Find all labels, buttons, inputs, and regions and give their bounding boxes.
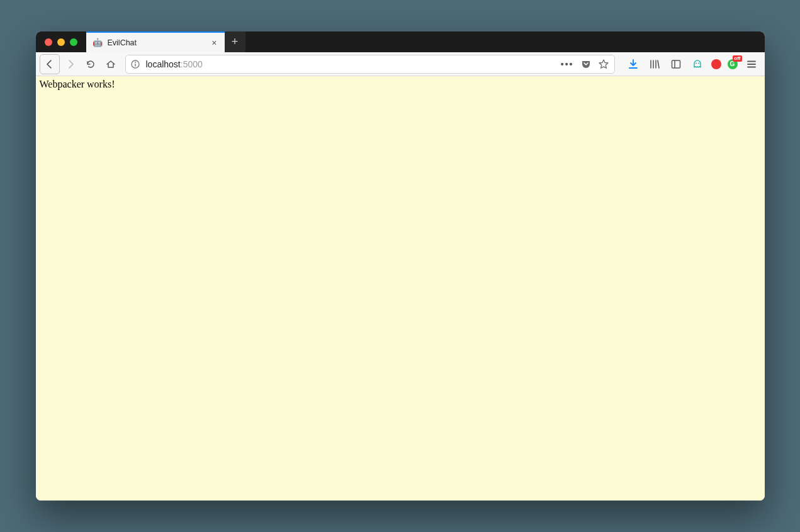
svg-point-1	[135, 62, 136, 63]
close-window-button[interactable]	[45, 38, 52, 46]
tab-title: EvilChat	[108, 38, 206, 47]
close-tab-button[interactable]: ×	[210, 38, 218, 48]
url-port: :5000	[181, 59, 203, 69]
content-text: Webpacker works!	[40, 79, 115, 89]
svg-rect-2	[135, 64, 135, 67]
svg-point-6	[698, 62, 699, 64]
svg-point-5	[696, 62, 697, 64]
grammarly-off-badge: off	[733, 55, 741, 62]
site-info-icon[interactable]	[131, 60, 141, 69]
new-tab-button[interactable]: +	[225, 31, 245, 52]
address-bar[interactable]: localhost:5000 •••	[125, 55, 615, 74]
page-content: Webpacker works!	[36, 76, 765, 501]
sidebar-button[interactable]	[667, 55, 685, 74]
forward-button[interactable]	[61, 55, 80, 74]
minimize-window-button[interactable]	[57, 38, 65, 46]
address-bar-actions: •••	[561, 59, 609, 70]
grammarly-extension-icon[interactable]: G off	[726, 57, 740, 71]
svg-rect-3	[672, 60, 680, 68]
pocket-icon[interactable]	[580, 59, 592, 70]
hamburger-menu-button[interactable]	[742, 55, 761, 74]
downloads-button[interactable]	[624, 55, 643, 74]
tab-evilchat[interactable]: 🤖 EvilChat ×	[86, 31, 225, 52]
toolbar-right: G off	[620, 55, 761, 74]
maximize-window-button[interactable]	[70, 38, 77, 46]
reload-button[interactable]	[81, 55, 100, 74]
browser-toolbar: localhost:5000 •••	[36, 52, 765, 76]
url-host: localhost	[146, 59, 181, 69]
browser-window: 🤖 EvilChat × + localhost:5000	[36, 31, 765, 501]
url-text: localhost:5000	[146, 59, 556, 69]
home-button[interactable]	[101, 55, 120, 74]
window-controls	[36, 31, 86, 52]
opera-extension-icon[interactable]	[709, 57, 723, 71]
page-actions-button[interactable]: •••	[561, 59, 574, 69]
tab-strip: 🤖 EvilChat × +	[36, 31, 765, 52]
ghostery-icon[interactable]	[688, 55, 707, 74]
bookmark-star-icon[interactable]	[598, 59, 609, 70]
address-bar-container: localhost:5000 •••	[121, 55, 619, 74]
library-button[interactable]	[645, 55, 664, 74]
back-button[interactable]	[40, 54, 60, 74]
favicon-icon: 🤖	[93, 38, 103, 48]
